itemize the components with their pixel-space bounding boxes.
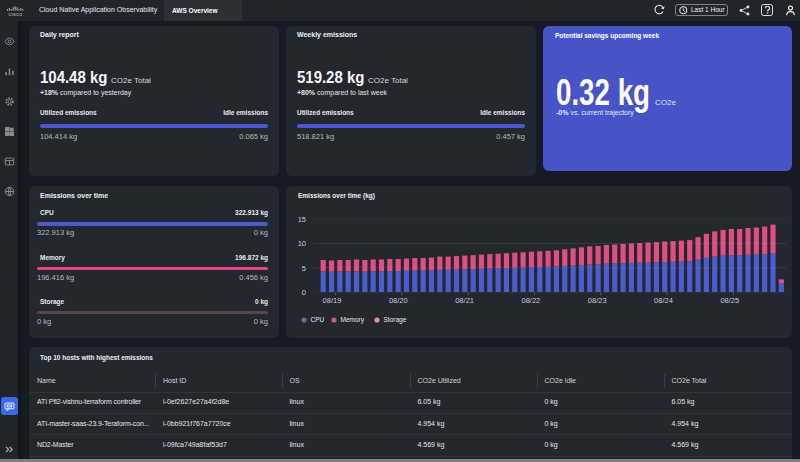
svg-text:Storage: Storage [384, 316, 407, 324]
svg-text:08/20: 08/20 [389, 296, 408, 305]
svg-text:CPU: CPU [311, 316, 325, 323]
svg-text:Memory: Memory [341, 316, 365, 324]
svg-text:08/22: 08/22 [522, 296, 541, 305]
svg-text:08/24: 08/24 [654, 296, 673, 305]
svg-text:08/21: 08/21 [455, 296, 474, 305]
svg-text:08/23: 08/23 [588, 296, 607, 305]
svg-text:08/25: 08/25 [720, 296, 739, 305]
svg-text:5: 5 [302, 264, 306, 273]
svg-text:10: 10 [298, 239, 306, 248]
svg-text:08/19: 08/19 [323, 296, 342, 305]
svg-text:15: 15 [298, 215, 306, 224]
svg-text:0: 0 [302, 288, 306, 297]
